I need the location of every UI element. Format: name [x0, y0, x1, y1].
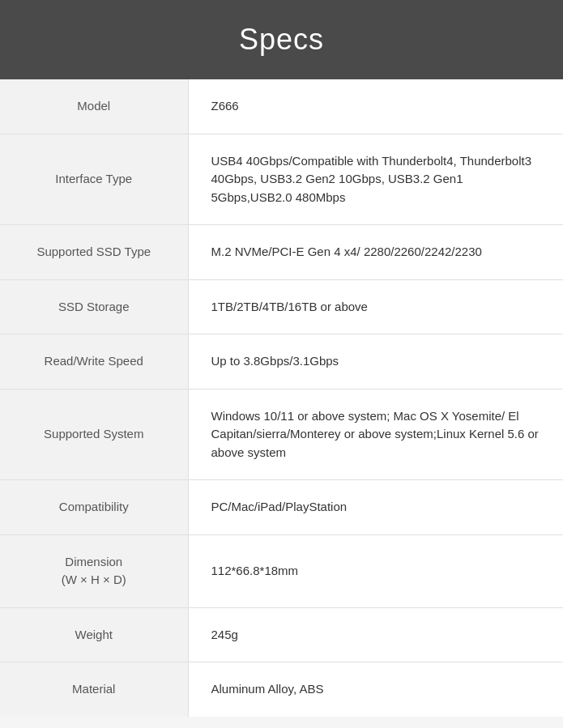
table-row: MaterialAluminum Alloy, ABS — [0, 662, 563, 717]
row-label: Model — [0, 79, 188, 134]
row-label: Material — [0, 662, 188, 717]
row-value: Windows 10/11 or above system; Mac OS X … — [188, 389, 563, 480]
page-title: Specs — [16, 23, 547, 57]
specs-table: ModelZ666Interface TypeUSB4 40Gbps/Compa… — [0, 79, 563, 717]
row-value: Z666 — [188, 79, 563, 134]
row-value: USB4 40Gbps/Compatible with Thunderbolt4… — [188, 134, 563, 225]
table-row: Read/Write SpeedUp to 3.8Gbps/3.1Gbps — [0, 334, 563, 390]
row-label: Supported System — [0, 389, 188, 480]
row-label: SSD Storage — [0, 279, 188, 334]
row-label: Supported SSD Type — [0, 225, 188, 280]
row-label: Interface Type — [0, 134, 188, 225]
row-label: Read/Write Speed — [0, 334, 188, 390]
table-row: Weight245g — [0, 607, 563, 662]
row-value: 245g — [188, 607, 563, 662]
row-label: Dimension (W × H × D) — [0, 534, 188, 607]
row-value: PC/Mac/iPad/PlayStation — [188, 480, 563, 535]
header: Specs — [0, 0, 563, 79]
row-label: Compatibility — [0, 480, 188, 535]
table-row: CompatibilityPC/Mac/iPad/PlayStation — [0, 480, 563, 535]
row-value: Aluminum Alloy, ABS — [188, 662, 563, 717]
table-row: ModelZ666 — [0, 79, 563, 134]
table-row: Dimension (W × H × D)112*66.8*18mm — [0, 534, 563, 607]
row-label: Weight — [0, 607, 188, 662]
row-value: 1TB/2TB/4TB/16TB or above — [188, 279, 563, 334]
table-row: Supported SystemWindows 10/11 or above s… — [0, 389, 563, 480]
table-row: Supported SSD TypeM.2 NVMe/PCI-E Gen 4 x… — [0, 225, 563, 280]
table-row: Interface TypeUSB4 40Gbps/Compatible wit… — [0, 134, 563, 225]
row-value: M.2 NVMe/PCI-E Gen 4 x4/ 2280/2260/2242/… — [188, 225, 563, 280]
row-value: 112*66.8*18mm — [188, 534, 563, 607]
row-value: Up to 3.8Gbps/3.1Gbps — [188, 334, 563, 390]
table-row: SSD Storage1TB/2TB/4TB/16TB or above — [0, 279, 563, 334]
